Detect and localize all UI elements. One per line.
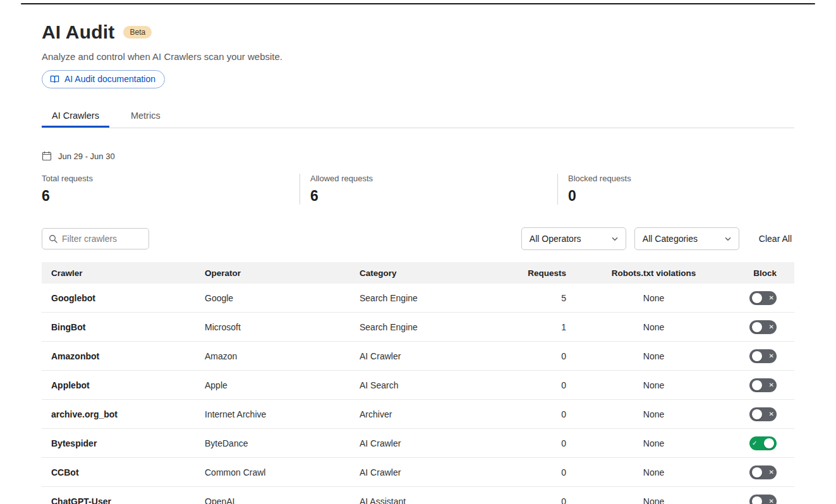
categories-select-value: All Categories: [643, 234, 698, 244]
toggle-state-icon: ✕: [769, 353, 774, 359]
block-cell: ✕: [732, 495, 794, 504]
table-row: ChatGPT-User OpenAI AI Assistant 0 None …: [42, 487, 794, 504]
tab-bar: AI Crawlers Metrics: [42, 104, 794, 128]
filter-crawlers-search: [42, 228, 149, 249]
block-cell: ✕: [732, 291, 794, 305]
ai-audit-page: AI Audit Beta Analyze and control when A…: [0, 21, 836, 504]
category-cell: Search Engine: [360, 293, 499, 303]
block-toggle[interactable]: ✓: [749, 436, 777, 450]
violations-cell: None: [576, 322, 732, 332]
block-cell: ✕: [732, 465, 794, 479]
crawler-name-cell: archive.org_bot: [42, 409, 205, 419]
filter-toolbar: All Operators All Categories Clear All: [42, 227, 794, 250]
documentation-button[interactable]: AI Audit documentation: [42, 70, 165, 88]
toggle-state-icon: ✕: [769, 295, 774, 301]
toggle-knob: [752, 496, 762, 504]
violations-cell: None: [576, 409, 732, 419]
toggle-knob: [752, 351, 762, 361]
block-toggle[interactable]: ✕: [749, 291, 777, 305]
toggle-knob: [752, 293, 762, 303]
category-cell: AI Crawler: [360, 351, 499, 361]
stat-label: Blocked requests: [568, 174, 803, 183]
table-row: Amazonbot Amazon AI Crawler 0 None ✕: [42, 342, 794, 371]
clear-all-button[interactable]: Clear All: [756, 230, 794, 248]
requests-cell: 0: [499, 496, 576, 504]
filter-crawlers-input[interactable]: [62, 234, 142, 244]
toggle-knob: [764, 438, 774, 448]
header-operator: Operator: [205, 268, 360, 278]
stat-allowed-requests: Allowed requests 6: [300, 174, 557, 205]
block-cell: ✕: [732, 407, 794, 421]
stat-label: Allowed requests: [310, 174, 545, 183]
category-cell: AI Assistant: [360, 496, 499, 504]
toggle-state-icon: ✕: [769, 411, 774, 417]
toggle-knob: [752, 380, 762, 390]
crawler-table-header: Crawler Operator Category Requests Robot…: [42, 262, 794, 284]
stat-label: Total requests: [42, 174, 287, 183]
table-row: Applebot Apple AI Search 0 None ✕: [42, 371, 794, 400]
crawler-name-cell: Bytespider: [42, 438, 205, 448]
category-cell: AI Crawler: [360, 467, 499, 477]
block-toggle[interactable]: ✕: [749, 495, 777, 504]
window-top-border: [21, 3, 815, 4]
date-range-picker[interactable]: Jun 29 - Jun 30: [42, 151, 115, 161]
operator-cell: OpenAI: [205, 496, 360, 504]
search-icon: [49, 234, 58, 243]
block-toggle[interactable]: ✕: [749, 407, 777, 421]
crawler-name-cell: Amazonbot: [42, 351, 205, 361]
table-row: Googlebot Google Search Engine 5 None ✕: [42, 284, 794, 313]
crawler-name-cell: Applebot: [42, 380, 205, 390]
requests-cell: 1: [499, 322, 576, 332]
chevron-down-icon: [725, 237, 731, 241]
table-row: BingBot Microsoft Search Engine 1 None ✕: [42, 313, 794, 342]
documentation-button-label: AI Audit documentation: [64, 74, 155, 84]
stat-total-requests: Total requests 6: [42, 174, 300, 205]
violations-cell: None: [576, 496, 732, 504]
block-cell: ✕: [732, 320, 794, 334]
block-toggle[interactable]: ✕: [749, 320, 777, 334]
block-toggle[interactable]: ✕: [749, 378, 777, 392]
category-cell: AI Search: [360, 380, 499, 390]
toggle-state-icon: ✕: [769, 498, 774, 504]
requests-cell: 0: [499, 351, 576, 361]
crawler-table: Crawler Operator Category Requests Robot…: [42, 262, 794, 504]
header-block: Block: [732, 268, 794, 278]
header-violations: Robots.txt violations: [576, 268, 732, 278]
toggle-state-icon: ✓: [752, 440, 757, 447]
operator-cell: Amazon: [205, 351, 360, 361]
operator-cell: ByteDance: [205, 438, 360, 448]
tab-metrics[interactable]: Metrics: [121, 104, 171, 128]
toggle-knob: [752, 322, 762, 332]
requests-cell: 0: [499, 409, 576, 419]
operator-cell: Microsoft: [205, 322, 360, 332]
stats-summary: Total requests 6 Allowed requests 6 Bloc…: [42, 174, 794, 205]
chevron-down-icon: [612, 237, 618, 241]
header-category: Category: [360, 268, 499, 278]
header-crawler: Crawler: [42, 268, 205, 278]
operators-select[interactable]: All Operators: [521, 227, 626, 250]
requests-cell: 0: [499, 438, 576, 448]
block-toggle[interactable]: ✕: [749, 465, 777, 479]
block-toggle[interactable]: ✕: [749, 349, 777, 363]
toggle-state-icon: ✕: [769, 469, 774, 476]
operator-cell: Common Crawl: [205, 467, 360, 477]
stat-value: 6: [310, 188, 545, 205]
requests-cell: 5: [499, 293, 576, 303]
crawler-name-cell: BingBot: [42, 322, 205, 332]
tab-ai-crawlers[interactable]: AI Crawlers: [42, 104, 109, 128]
crawler-table-body: Googlebot Google Search Engine 5 None ✕ …: [42, 284, 794, 504]
category-cell: Archiver: [360, 409, 499, 419]
toggle-state-icon: ✕: [769, 382, 774, 388]
stat-blocked-requests: Blocked requests 0: [557, 174, 815, 205]
toggle-state-icon: ✕: [769, 324, 774, 330]
operator-cell: Google: [205, 293, 360, 303]
stat-value: 6: [42, 188, 287, 205]
page-header: AI Audit Beta: [42, 21, 794, 43]
operators-select-value: All Operators: [530, 234, 581, 244]
violations-cell: None: [576, 438, 732, 448]
filter-dropdowns: All Operators All Categories Clear All: [521, 227, 794, 250]
calendar-icon: [42, 151, 52, 161]
categories-select[interactable]: All Categories: [634, 227, 739, 250]
requests-cell: 0: [499, 467, 576, 477]
operator-cell: Internet Archive: [205, 409, 360, 419]
